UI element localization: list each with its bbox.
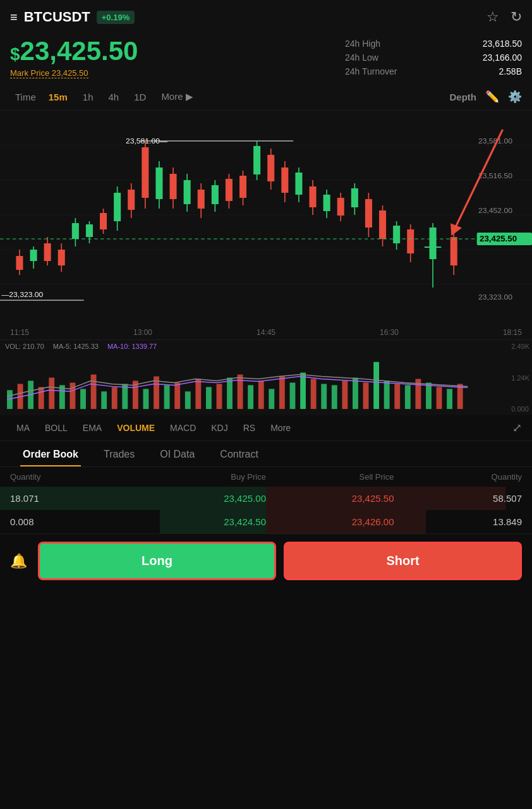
sell-price-1: 23,425.50: [266, 493, 394, 504]
draw-icon[interactable]: ✏️: [485, 90, 499, 104]
svg-rect-99: [174, 383, 180, 410]
ticker-change-badge: +0.19%: [97, 11, 135, 24]
svg-rect-98: [164, 386, 170, 410]
svg-rect-28: [142, 147, 148, 198]
indicator-tabs: MA BOLL EMA VOLUME MACD KDJ RS More ⤢: [0, 415, 532, 441]
svg-rect-52: [310, 186, 317, 207]
tab-trades[interactable]: Trades: [91, 441, 147, 466]
svg-rect-110: [290, 383, 296, 410]
short-button[interactable]: Short: [284, 542, 522, 580]
svg-rect-62: [379, 210, 386, 239]
table-row: 0.008 23,424.50 23,426.00 13.849: [0, 510, 532, 533]
svg-rect-14: [44, 243, 51, 261]
svg-rect-58: [351, 188, 358, 207]
time-axis: 11:15 13:00 14:45 16:30 18:15: [0, 325, 532, 339]
indicator-volume[interactable]: VOLUME: [111, 420, 161, 435]
svg-text:23,425.50: 23,425.50: [480, 235, 517, 243]
svg-rect-44: [253, 146, 260, 174]
svg-rect-46: [267, 155, 274, 181]
tab-contract[interactable]: Contract: [207, 441, 270, 466]
indicator-boll[interactable]: BOLL: [39, 420, 74, 435]
star-icon[interactable]: ☆: [487, 9, 499, 25]
svg-rect-64: [393, 226, 400, 243]
stat-turnover: 24h Turnover 2.58B: [345, 66, 522, 76]
time-controls: Time 15m 1h 4h 1D More ▶ Depth ✏️ ⚙️: [0, 83, 532, 111]
svg-rect-86: [39, 387, 44, 410]
svg-rect-26: [128, 190, 135, 210]
svg-rect-42: [239, 176, 246, 198]
indicator-ema[interactable]: EMA: [76, 420, 108, 435]
svg-rect-117: [363, 383, 369, 410]
indicator-more-button[interactable]: More: [264, 420, 297, 435]
svg-rect-12: [30, 250, 37, 261]
svg-rect-103: [217, 384, 222, 410]
svg-text:23,452.00: 23,452.00: [478, 207, 512, 214]
settings-icon[interactable]: ⚙️: [508, 90, 522, 104]
svg-rect-18: [72, 223, 79, 239]
tab-oi-data[interactable]: OI Data: [147, 441, 207, 466]
mark-price: Mark Price 23,425.50: [10, 68, 88, 78]
svg-rect-123: [426, 383, 432, 410]
bottom-action-bar: 🔔 Long Short: [0, 533, 532, 588]
col-quantity2-label: Quantity: [394, 472, 523, 482]
svg-rect-60: [365, 199, 372, 228]
price-section: $23,425.50 Mark Price 23,425.50 24h High…: [0, 32, 532, 83]
depth-button[interactable]: Depth: [450, 92, 477, 102]
svg-rect-112: [311, 379, 317, 410]
svg-rect-101: [195, 379, 201, 410]
svg-rect-114: [332, 386, 337, 410]
candlestick-chart[interactable]: 23,581.00— —23,323.00: [0, 111, 532, 325]
svg-rect-93: [112, 387, 118, 410]
timeframe-4h[interactable]: 4h: [101, 89, 127, 105]
svg-rect-109: [279, 377, 285, 410]
indicator-ma[interactable]: MA: [10, 420, 36, 435]
svg-rect-102: [206, 387, 212, 410]
svg-rect-96: [143, 389, 149, 410]
svg-text:23,323.00: 23,323.00: [478, 294, 512, 301]
timeframe-1h[interactable]: 1h: [75, 89, 101, 105]
svg-text:—23,323.00: —23,323.00: [1, 291, 43, 298]
ticker-name: BTCUSDT: [24, 9, 90, 25]
tab-order-book[interactable]: Order Book: [10, 441, 91, 466]
svg-rect-107: [258, 381, 264, 410]
price-stats: 24h High 23,618.50 24h Low 23,166.00 24h…: [345, 37, 522, 78]
bell-icon[interactable]: 🔔: [10, 553, 30, 569]
buy-price-2: 23,424.50: [138, 516, 267, 527]
indicator-kdj[interactable]: KDJ: [205, 420, 234, 435]
svg-rect-106: [248, 386, 253, 410]
svg-rect-121: [405, 386, 411, 410]
chart-controls-right: Depth ✏️ ⚙️: [450, 90, 523, 104]
svg-rect-56: [337, 198, 344, 216]
col-quantity-label: Quantity: [10, 472, 138, 482]
indicator-rs[interactable]: RS: [237, 420, 262, 435]
menu-icon[interactable]: ≡: [10, 10, 18, 25]
svg-rect-48: [281, 167, 288, 193]
svg-rect-10: [16, 256, 23, 270]
indicator-macd[interactable]: MACD: [164, 420, 202, 435]
svg-rect-125: [447, 389, 452, 410]
timeframe-15m[interactable]: 15m: [41, 89, 75, 105]
svg-rect-54: [323, 195, 330, 211]
buy-price-1: 23,425.00: [138, 493, 267, 504]
svg-rect-119: [384, 381, 390, 410]
svg-rect-87: [49, 378, 54, 410]
buy-quantity-1: 18.071: [10, 493, 138, 504]
refresh-icon[interactable]: ↻: [511, 9, 522, 25]
price-left: $23,425.50 Mark Price 23,425.50: [10, 37, 332, 78]
fullscreen-icon[interactable]: ⤢: [512, 421, 522, 435]
svg-rect-124: [437, 387, 442, 410]
svg-rect-40: [226, 179, 233, 201]
svg-rect-38: [212, 185, 219, 204]
header-left: ≡ BTCUSDT +0.19%: [10, 9, 135, 25]
timeframe-1d[interactable]: 1D: [126, 89, 154, 105]
svg-rect-36: [198, 190, 205, 209]
svg-rect-100: [185, 392, 191, 410]
long-button[interactable]: Long: [38, 542, 276, 580]
header: ≡ BTCUSDT +0.19% ☆ ↻: [0, 0, 532, 32]
svg-rect-30: [155, 167, 162, 199]
svg-rect-105: [238, 375, 243, 410]
svg-rect-92: [101, 392, 107, 410]
more-timeframes-button[interactable]: More ▶: [154, 88, 200, 105]
col-sell-price-label: Sell Price: [266, 472, 394, 482]
svg-rect-118: [373, 362, 379, 409]
